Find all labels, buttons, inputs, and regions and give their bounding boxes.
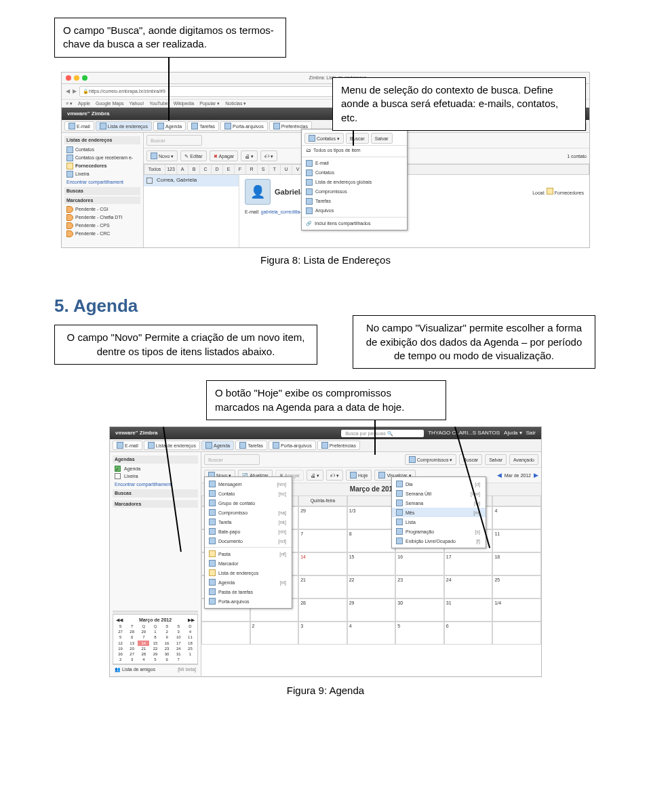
delete-button[interactable]: ✖ Apagar [210, 150, 239, 161]
bookmark[interactable]: Google Maps [96, 100, 124, 106]
tab-tasks[interactable]: Tarefas [187, 121, 219, 131]
bookmark[interactable]: YouTube [149, 100, 168, 106]
calendar-cell[interactable]: 29 [298, 506, 347, 529]
sidebar-item[interactable]: Contatos [64, 146, 140, 154]
bookmark[interactable]: Wikipedia [174, 100, 194, 106]
sidebar-item[interactable]: Lixeira [64, 170, 140, 178]
calendar-cell[interactable]: 1/4 [492, 598, 541, 622]
calendar-cell[interactable]: 22 [347, 575, 396, 598]
marker-item[interactable]: Pendente - CRC [64, 230, 140, 238]
calendar-cell[interactable]: 31 [444, 598, 493, 622]
minimize-icon[interactable] [74, 75, 79, 81]
new-button[interactable]: Novo ▾ [146, 150, 178, 161]
find-shares-link[interactable]: Encontrar compartilhament [113, 481, 198, 488]
calendar-cell[interactable]: 18 [492, 552, 541, 575]
tab-prefs[interactable]: Preferências [317, 441, 360, 450]
calendar-cell[interactable]: 5 [395, 622, 444, 645]
new-drop-item[interactable]: Grupo de contato [205, 498, 292, 508]
calendar-cell[interactable]: 2 [250, 622, 299, 645]
help-menu[interactable]: Ajuda ▾ [504, 430, 522, 437]
view-drop-item[interactable]: Lista [392, 517, 486, 527]
mini-calendar[interactable]: ◀◀ Março de 2012 ▶▶ STQQSSD 2728291234 5… [113, 614, 198, 664]
nav-fwd-icon[interactable]: ▶ [73, 88, 77, 96]
today-button[interactable]: Hoje [346, 470, 372, 481]
calendar-cell[interactable]: 23 [395, 575, 444, 598]
checkbox-icon[interactable] [146, 178, 153, 184]
calendar-cell[interactable]: 6 [444, 622, 493, 645]
context-select[interactable]: Contatos ▾ [304, 133, 344, 144]
calendar-cell[interactable]: 4 [492, 506, 541, 529]
sidebar-item-selected[interactable]: Fornecedores [64, 162, 140, 170]
calendar-cell[interactable]: 16 [395, 552, 444, 575]
maximize-icon[interactable] [82, 75, 87, 81]
bookmark[interactable]: Apple [78, 100, 90, 106]
sidebar-item-trash[interactable]: Lixeira [113, 472, 198, 480]
nav-next-icon[interactable]: ▶ [534, 471, 538, 479]
calendar-cell[interactable]: 28 [298, 598, 347, 622]
new-drop-item[interactable]: Pasta[nf] [205, 547, 292, 559]
local-search[interactable]: Buscar [204, 454, 260, 465]
more-button[interactable]: 🖨 ▾ [241, 150, 258, 161]
marker-item[interactable]: Pendente - CGI [64, 205, 140, 214]
print-button[interactable]: 🖨 ▾ [307, 470, 323, 481]
calendar-cell[interactable]: 11 [492, 529, 541, 552]
drop-item[interactable]: Lista de endereços globais [302, 178, 407, 187]
new-drop-item[interactable]: Tarefa[nk] [205, 517, 292, 527]
new-drop-item[interactable]: Agenda[nl] [205, 577, 292, 587]
bookmark[interactable]: Popular ▾ [199, 100, 220, 106]
new-drop-item[interactable]: Pasta de tarefas [205, 587, 292, 596]
drop-item[interactable]: E-mail [302, 157, 407, 168]
calendar-cell[interactable]: 8 [347, 529, 396, 552]
drop-item[interactable]: Compromissos [302, 187, 407, 197]
drop-item[interactable]: Tarefas [302, 197, 407, 206]
tag-button[interactable]: 🏷 ▾ [260, 150, 277, 161]
tab-email[interactable]: E-mail [113, 441, 142, 450]
calendar-cell[interactable] [492, 622, 541, 645]
nav-back-icon[interactable]: ◀ [66, 88, 70, 96]
bookmark[interactable]: Yahoo! [130, 100, 144, 106]
new-drop-item[interactable]: Documento[nd] [205, 536, 292, 546]
tab-contacts[interactable]: Lista de endereços [144, 441, 200, 450]
marker-item[interactable]: Pendente - Chefia DTI [64, 214, 140, 222]
new-drop-item[interactable]: Marcador [205, 559, 292, 568]
drop-item[interactable]: Contatos [302, 168, 407, 178]
mini-prev-icon[interactable]: ◀◀ [116, 617, 123, 623]
drop-shared[interactable]: 🔗Inclui itens compartilhados [302, 217, 407, 228]
edit-button[interactable]: ✎ Editar [180, 150, 206, 161]
new-drop-item[interactable]: Bate-papo[nh] [205, 527, 292, 536]
calendar-cell[interactable]: 17 [444, 552, 493, 575]
calendar-cell[interactable] [201, 622, 250, 645]
exit-link[interactable]: Sair [526, 430, 536, 437]
bookmark[interactable]: Notícias ▾ [225, 100, 246, 106]
tab-agenda[interactable]: Agenda [153, 121, 186, 131]
view-drop-item[interactable]: Semana[w] [392, 498, 486, 508]
calendar-cell[interactable]: 4 [347, 622, 396, 645]
user-name[interactable]: THYAGO CLARI...S SANTOS [428, 430, 500, 437]
calendar-cell[interactable]: 29 [347, 598, 396, 622]
contact-list-item[interactable]: Correa, Gabriela [144, 175, 239, 186]
save-button[interactable]: Salvar [371, 133, 393, 144]
calendar-cell[interactable]: 14 [298, 552, 347, 575]
new-drop-item[interactable]: Mensagem[nm] [205, 479, 292, 489]
new-drop-item[interactable]: Porta-arquivos [205, 596, 292, 606]
tab-briefcase[interactable]: Porta-arquivos [220, 121, 268, 131]
drop-item[interactable]: Arquivos [302, 206, 407, 216]
calendar-cell[interactable]: 25 [492, 575, 541, 598]
global-search[interactable]: Busca por pessoas 🔍 [341, 430, 424, 437]
find-shares-link[interactable]: Encontrar compartilhament [64, 178, 140, 186]
new-drop-item[interactable]: Lista de endereços [205, 568, 292, 577]
calendar-cell[interactable]: 21 [298, 575, 347, 598]
calendar-cell[interactable]: 24 [444, 575, 493, 598]
friends-list[interactable]: 👥 Lista de amigos [115, 666, 155, 672]
tab-tasks[interactable]: Tarefas [235, 441, 267, 450]
view-drop-item[interactable]: Exibição Livre/Ocupado[f] [392, 536, 486, 546]
tab-email[interactable]: E-mail [64, 121, 94, 131]
search-button[interactable]: Buscar [346, 133, 369, 144]
sidebar-item[interactable]: Contatos que receberam e- [64, 154, 140, 162]
calendar-cell[interactable]: 7 [298, 529, 347, 552]
tab-contacts[interactable]: Lista de endereços [96, 121, 152, 131]
tab-agenda[interactable]: Agenda [201, 441, 234, 450]
context-select[interactable]: Compromissos ▾ [405, 454, 457, 465]
new-drop-item[interactable]: Contato[nc] [205, 489, 292, 498]
calendar-cell[interactable]: 15 [347, 552, 396, 575]
